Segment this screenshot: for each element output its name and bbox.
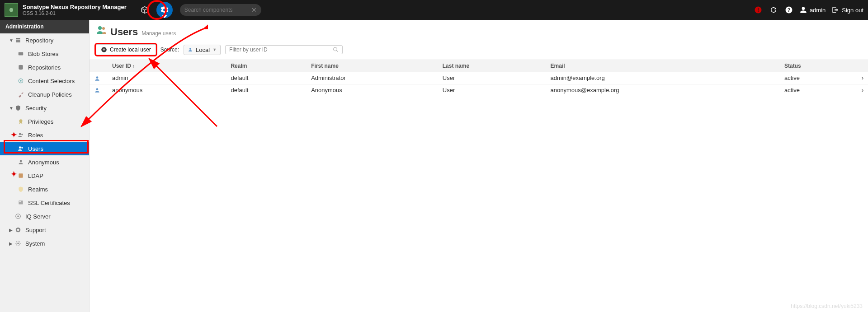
iq-icon bbox=[14, 213, 22, 220]
col-status[interactable]: Status bbox=[780, 60, 857, 72]
table-row[interactable]: admin default Administrator User admin@e… bbox=[90, 72, 868, 84]
svg-point-21 bbox=[17, 229, 19, 231]
cert-icon bbox=[17, 199, 24, 206]
annotation-plus-ldap: ✦ bbox=[11, 170, 17, 178]
source-label: Source: bbox=[160, 47, 179, 53]
cell-user-id: anonymous bbox=[108, 84, 226, 96]
annotation-plus-roles: ✦ bbox=[11, 130, 17, 139]
search-icon bbox=[333, 47, 339, 53]
sidebar-item-repositories[interactable]: Repositories bbox=[0, 61, 89, 74]
refresh-icon[interactable] bbox=[769, 5, 778, 14]
sidebar-item-label: Realms bbox=[28, 186, 48, 193]
chevron-right-icon: › bbox=[857, 84, 868, 96]
svg-rect-2 bbox=[758, 11, 759, 12]
signout-label: Sign out bbox=[842, 7, 863, 14]
svg-point-27 bbox=[333, 47, 337, 51]
sidebar-group-support[interactable]: ▶ Support bbox=[0, 223, 89, 237]
page-subtitle: Manage users bbox=[142, 30, 176, 37]
users-page-icon bbox=[96, 24, 107, 35]
cube-icon[interactable] bbox=[136, 0, 154, 20]
roles-icon bbox=[17, 131, 24, 139]
brand-block: Sonatype Nexus Repository Manager OSS 3.… bbox=[23, 4, 127, 16]
sidebar-group-iq-server[interactable]: IQ Server bbox=[0, 210, 89, 223]
sidebar-item-label: Content Selectors bbox=[28, 78, 75, 84]
col-first-name[interactable]: First name bbox=[307, 60, 438, 72]
sidebar-item-label: LDAP bbox=[28, 172, 43, 179]
filter-input[interactable] bbox=[229, 47, 333, 53]
table-row[interactable]: anonymous default Anonymous User anonymo… bbox=[90, 84, 868, 96]
col-last-name[interactable]: Last name bbox=[438, 60, 546, 72]
sidebar-item-anonymous[interactable]: Anonymous bbox=[0, 155, 89, 169]
product-logo bbox=[5, 3, 18, 17]
svg-point-29 bbox=[96, 88, 99, 90]
svg-point-23 bbox=[98, 26, 102, 30]
users-icon bbox=[17, 145, 24, 152]
header-right: ? admin Sign out bbox=[754, 5, 863, 14]
search-input[interactable] bbox=[184, 7, 251, 13]
svg-rect-16 bbox=[19, 200, 23, 204]
sidebar-item-realms[interactable]: Realms bbox=[0, 182, 89, 196]
sidebar-group-system[interactable]: ▶ System bbox=[0, 237, 89, 250]
user-row-icon bbox=[94, 87, 100, 93]
sidebar-item-label: Privileges bbox=[28, 118, 53, 125]
toolbar: Create local user Source: Local ▼ bbox=[90, 42, 868, 60]
plus-circle-icon bbox=[101, 47, 107, 53]
cell-last-name: User bbox=[438, 72, 546, 84]
cell-status: active bbox=[780, 84, 857, 96]
svg-rect-5 bbox=[19, 52, 24, 56]
sidebar-item-users[interactable]: Users bbox=[0, 142, 89, 155]
user-menu[interactable]: admin bbox=[800, 6, 826, 14]
svg-point-19 bbox=[17, 215, 19, 217]
sidebar-item-ssl-certificates[interactable]: SSL Certificates bbox=[0, 196, 89, 210]
shield-icon bbox=[14, 104, 22, 112]
page-header: Users Manage users bbox=[90, 20, 868, 42]
signout-button[interactable]: Sign out bbox=[832, 6, 863, 14]
source-value: Local bbox=[196, 47, 210, 53]
sidebar-title: Administration bbox=[0, 20, 89, 33]
help-icon[interactable]: ? bbox=[784, 5, 793, 14]
admin-gear-button[interactable] bbox=[156, 2, 173, 18]
svg-rect-15 bbox=[19, 173, 23, 177]
svg-rect-1 bbox=[758, 8, 759, 11]
sidebar: Administration ▼ Repository Blob Stores … bbox=[0, 20, 90, 312]
content-area: Users Manage users Create local user Sou… bbox=[90, 20, 868, 312]
sidebar-item-cleanup-policies[interactable]: Cleanup Policies bbox=[0, 88, 89, 101]
header-search[interactable]: ✕ bbox=[180, 4, 261, 16]
col-email[interactable]: Email bbox=[546, 60, 780, 72]
db-icon bbox=[17, 64, 24, 71]
create-button-label: Create local user bbox=[110, 47, 151, 53]
sidebar-item-label: SSL Certificates bbox=[28, 200, 70, 206]
username-label: admin bbox=[810, 7, 826, 14]
sidebar-group-security[interactable]: ▼ Security bbox=[0, 101, 89, 115]
col-user-id[interactable]: User ID bbox=[108, 60, 226, 72]
sidebar-item-label: Users bbox=[28, 145, 43, 152]
svg-point-28 bbox=[96, 76, 99, 79]
source-select[interactable]: Local ▼ bbox=[184, 45, 221, 55]
brand-title: Sonatype Nexus Repository Manager bbox=[23, 4, 127, 10]
cell-email: admin@example.org bbox=[546, 72, 780, 84]
chevron-down-icon: ▼ bbox=[9, 106, 14, 111]
search-clear-icon[interactable]: ✕ bbox=[251, 6, 257, 14]
svg-point-24 bbox=[102, 27, 105, 30]
col-realm[interactable]: Realm bbox=[226, 60, 307, 72]
repository-icon bbox=[14, 37, 22, 44]
anon-icon bbox=[17, 158, 24, 166]
filter-box[interactable] bbox=[225, 45, 343, 54]
cell-last-name: User bbox=[438, 84, 546, 96]
alert-icon[interactable] bbox=[754, 5, 763, 14]
user-small-icon bbox=[188, 47, 193, 52]
realm-shield-icon bbox=[17, 186, 24, 193]
sidebar-group-label: Repository bbox=[25, 37, 53, 44]
sidebar-group-label: System bbox=[25, 240, 45, 247]
cell-email: anonymous@example.org bbox=[546, 84, 780, 96]
sidebar-item-blob-stores[interactable]: Blob Stores bbox=[0, 47, 89, 61]
sidebar-item-label: Roles bbox=[28, 132, 43, 139]
sidebar-item-privileges[interactable]: Privileges bbox=[0, 115, 89, 128]
sidebar-item-label: Repositories bbox=[28, 64, 61, 71]
sidebar-group-label: Support bbox=[25, 227, 46, 233]
sidebar-group-repository[interactable]: ▼ Repository bbox=[0, 33, 89, 47]
create-local-user-button[interactable]: Create local user bbox=[96, 44, 156, 55]
sidebar-item-content-selectors[interactable]: Content Selectors bbox=[0, 74, 89, 88]
svg-point-8 bbox=[20, 80, 22, 82]
users-table: User ID Realm First name Last name Email… bbox=[90, 60, 868, 96]
